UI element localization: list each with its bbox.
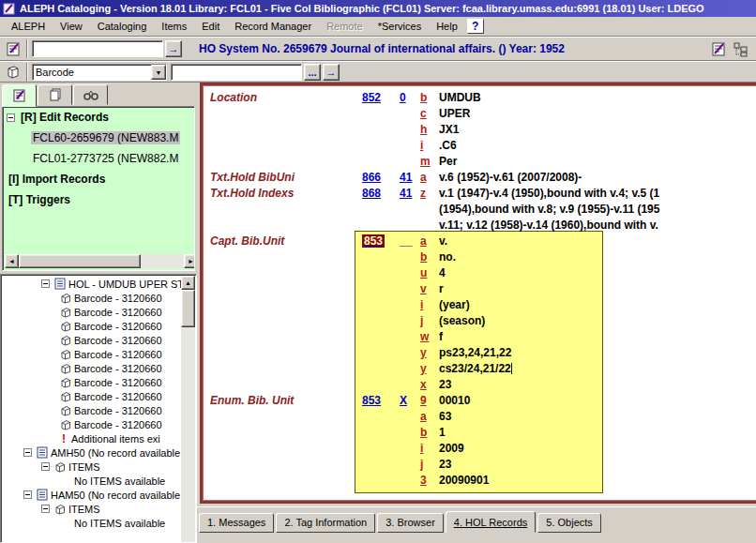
subfield-value[interactable]: ps23,24,21,22: [439, 345, 511, 360]
marc-field-row[interactable]: Capt. Bib.Unit853__av.: [203, 234, 756, 249]
item-go-button[interactable]: →: [323, 64, 340, 81]
tree-item[interactable]: Barcode - 3120660: [1, 305, 196, 319]
tree-expander-minus-icon[interactable]: [23, 490, 32, 499]
tree-item[interactable]: Barcode - 3120660: [1, 347, 196, 361]
marc-subfield-row[interactable]: j(season): [203, 313, 756, 329]
subfield-value[interactable]: 23: [439, 377, 451, 392]
menu-edit[interactable]: Edit: [194, 19, 227, 34]
subfield-value[interactable]: (season): [439, 313, 485, 328]
marc-subfield-row[interactable]: u4: [203, 265, 756, 281]
subfield-value[interactable]: v.1 (1947)-v.4 (1950),bound with v.4; v.…: [439, 186, 659, 201]
subfield-code[interactable]: m: [420, 154, 439, 169]
field-tag[interactable]: 853: [362, 393, 400, 408]
tab-search-icon[interactable]: [73, 84, 108, 105]
record-tree-icon[interactable]: [733, 41, 748, 57]
subfield-code[interactable]: 3: [420, 473, 439, 488]
subfield-value[interactable]: 63: [439, 409, 451, 424]
scroll-up-icon[interactable]: ▲: [181, 276, 195, 290]
scrollbar-thumb[interactable]: [19, 254, 141, 268]
field-indicators[interactable]: 41: [400, 186, 420, 201]
subfield-code[interactable]: y: [420, 345, 439, 360]
tree-expander-minus-icon[interactable]: [41, 505, 50, 513]
tree-item[interactable]: Barcode - 3120660: [1, 333, 196, 347]
menu-items[interactable]: Items: [154, 19, 194, 34]
subfield-code[interactable]: b: [420, 425, 439, 440]
marc-subfield-row[interactable]: wf: [203, 329, 756, 345]
marc-field-row[interactable]: Txt.Hold BibUni86641av.6 (1952)-v.61 (20…: [203, 170, 756, 186]
item-key-select[interactable]: Barcode ▼: [32, 64, 167, 81]
subfield-code[interactable]: a: [420, 409, 439, 424]
tree-item[interactable]: No ITEMS available: [1, 516, 196, 530]
subfield-code[interactable]: a: [420, 234, 439, 249]
tree-item[interactable]: !Additional items exi: [1, 431, 196, 445]
subfield-value[interactable]: 20090901: [439, 473, 489, 488]
subfield-code[interactable]: w: [420, 329, 439, 344]
marc-subfield-row[interactable]: yps23,24,21,22: [203, 345, 756, 361]
marc-field-row[interactable]: Location8520bUMDUB: [203, 90, 756, 106]
subfield-value[interactable]: r: [439, 281, 444, 296]
menu-view[interactable]: View: [53, 19, 90, 34]
subfield-code[interactable]: b: [420, 90, 439, 105]
subfield-code[interactable]: x: [420, 377, 439, 392]
tree-item[interactable]: Barcode - 3120660: [1, 417, 196, 431]
chevron-down-icon[interactable]: ▼: [151, 65, 166, 80]
subfield-value[interactable]: v.11; v.12 (1958)-v.14 (1960),bound with…: [439, 218, 658, 233]
marc-subfield-row[interactable]: cUPER: [203, 106, 756, 122]
subfield-code[interactable]: h: [420, 122, 439, 137]
marc-subfield-row[interactable]: x23: [203, 377, 756, 393]
tree-item[interactable]: [R] Edit Records: [3, 107, 194, 128]
marc-field-row[interactable]: Enum. Bib. Unit853X900010: [203, 393, 756, 409]
marc-subfield-row[interactable]: b1: [203, 425, 756, 441]
scroll-left-icon[interactable]: ◄: [5, 254, 19, 268]
marc-subfield-row[interactable]: mPer: [203, 154, 756, 170]
subfield-value[interactable]: UPER: [439, 106, 470, 121]
subfield-code[interactable]: 9: [420, 393, 439, 408]
subfield-value[interactable]: 2009: [439, 441, 464, 456]
marc-subfield-row[interactable]: vr: [203, 281, 756, 297]
subfield-value[interactable]: 4: [439, 265, 446, 280]
subfield-code[interactable]: y: [420, 361, 439, 376]
tab-3-browser[interactable]: 3. Browser: [377, 513, 444, 533]
field-tag[interactable]: 853: [362, 234, 400, 249]
field-indicators[interactable]: 0: [400, 90, 420, 105]
tab-5-objects[interactable]: 5. Objects: [537, 513, 601, 533]
tree-expander-minus-icon[interactable]: [41, 462, 50, 471]
subfield-code[interactable]: c: [420, 106, 439, 121]
scrollbar-thumb[interactable]: [181, 290, 195, 327]
tab-4-hol-records[interactable]: 4. HOL Records: [446, 511, 536, 533]
tab-2-tag-information[interactable]: 2. Tag Information: [276, 513, 375, 533]
subfield-code[interactable]: j: [420, 313, 439, 328]
tree-item[interactable]: FCL01-2773725 (NEW882.M: [3, 148, 194, 169]
records-tree-hscrollbar[interactable]: ◄ ►: [5, 254, 195, 268]
subfield-code[interactable]: v: [420, 281, 439, 296]
tree-item[interactable]: HOL - UMDUB UPER ST: [1, 277, 196, 291]
holdings-tree-vscrollbar[interactable]: ▲: [181, 276, 195, 543]
marc-subfield-row[interactable]: j23: [203, 457, 756, 473]
subfield-value[interactable]: (year): [439, 297, 470, 312]
subfield-value[interactable]: f: [439, 329, 443, 344]
field-tag[interactable]: 868: [362, 186, 400, 201]
menu-record-manager[interactable]: Record Manager: [227, 19, 319, 34]
tab-edit-records[interactable]: [2, 84, 37, 107]
field-indicators[interactable]: 41: [400, 170, 420, 185]
help-question-button[interactable]: ?: [467, 19, 484, 34]
tree-item[interactable]: Barcode - 3120660: [1, 361, 196, 375]
menu--services[interactable]: *Services: [370, 19, 429, 34]
marc-subfield-row[interactable]: v.11; v.12 (1958)-v.14 (1960),bound with…: [203, 218, 756, 234]
tree-expander-minus-icon[interactable]: [23, 448, 32, 457]
field-indicators[interactable]: __: [400, 234, 420, 249]
tree-item[interactable]: No ITEMS available: [1, 474, 196, 488]
subfield-code[interactable]: z: [420, 186, 439, 201]
tree-item[interactable]: AMH50 (No record available: [1, 445, 196, 460]
subfield-code[interactable]: i: [420, 138, 439, 153]
tree-item[interactable]: HAM50 (No record available: [1, 488, 196, 502]
tree-expander-minus-icon[interactable]: [7, 113, 15, 122]
tree-item[interactable]: [I] Import Records: [3, 169, 194, 189]
item-browse-button[interactable]: ...: [304, 64, 321, 81]
marc-subfield-row[interactable]: (1954),bound with v.8; v.9 (1955)-v.11 (…: [203, 202, 756, 218]
subfield-value[interactable]: 00010: [439, 393, 470, 408]
marc-subfield-row[interactable]: ycs23/24,21/22: [203, 361, 756, 377]
edit-record-icon[interactable]: [711, 41, 727, 57]
tree-item[interactable]: Barcode - 3120660: [1, 403, 196, 417]
tree-item[interactable]: FCL60-2659679 (NEW883.M: [3, 128, 194, 148]
